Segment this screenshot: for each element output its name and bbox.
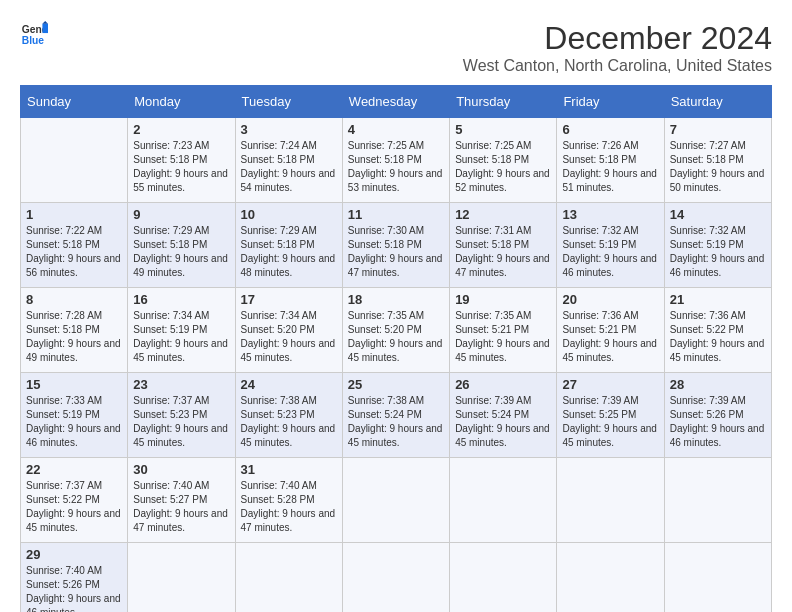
day-info: Sunrise: 7:40 AMSunset: 5:26 PMDaylight:… [26,564,122,612]
calendar-cell: 17Sunrise: 7:34 AMSunset: 5:20 PMDayligh… [235,288,342,373]
day-number: 5 [455,122,551,137]
page-subtitle: West Canton, North Carolina, United Stat… [463,57,772,75]
day-info: Sunrise: 7:32 AMSunset: 5:19 PMDaylight:… [562,224,658,280]
calendar-cell: 22Sunrise: 7:37 AMSunset: 5:22 PMDayligh… [21,458,128,543]
day-info: Sunrise: 7:36 AMSunset: 5:21 PMDaylight:… [562,309,658,365]
day-number: 26 [455,377,551,392]
calendar-header-cell: Sunday [21,86,128,118]
day-number: 7 [670,122,766,137]
calendar-cell: 4Sunrise: 7:25 AMSunset: 5:18 PMDaylight… [342,118,449,203]
day-info: Sunrise: 7:40 AMSunset: 5:28 PMDaylight:… [241,479,337,535]
day-info: Sunrise: 7:39 AMSunset: 5:26 PMDaylight:… [670,394,766,450]
day-info: Sunrise: 7:25 AMSunset: 5:18 PMDaylight:… [455,139,551,195]
calendar-row: 29Sunrise: 7:40 AMSunset: 5:26 PMDayligh… [21,543,772,613]
calendar-cell: 8Sunrise: 7:28 AMSunset: 5:18 PMDaylight… [21,288,128,373]
calendar-cell: 7Sunrise: 7:27 AMSunset: 5:18 PMDaylight… [664,118,771,203]
day-number: 3 [241,122,337,137]
calendar-cell: 16Sunrise: 7:34 AMSunset: 5:19 PMDayligh… [128,288,235,373]
day-info: Sunrise: 7:33 AMSunset: 5:19 PMDaylight:… [26,394,122,450]
calendar-header-cell: Wednesday [342,86,449,118]
day-info: Sunrise: 7:39 AMSunset: 5:25 PMDaylight:… [562,394,658,450]
calendar-cell: 24Sunrise: 7:38 AMSunset: 5:23 PMDayligh… [235,373,342,458]
calendar-cell: 10Sunrise: 7:29 AMSunset: 5:18 PMDayligh… [235,203,342,288]
calendar-header-cell: Thursday [450,86,557,118]
calendar-row: 22Sunrise: 7:37 AMSunset: 5:22 PMDayligh… [21,458,772,543]
day-number: 6 [562,122,658,137]
day-info: Sunrise: 7:32 AMSunset: 5:19 PMDaylight:… [670,224,766,280]
calendar-cell [342,458,449,543]
day-number: 21 [670,292,766,307]
calendar-cell [450,543,557,613]
calendar-cell [450,458,557,543]
calendar-cell [342,543,449,613]
calendar-table: SundayMondayTuesdayWednesdayThursdayFrid… [20,85,772,612]
day-info: Sunrise: 7:34 AMSunset: 5:20 PMDaylight:… [241,309,337,365]
day-info: Sunrise: 7:30 AMSunset: 5:18 PMDaylight:… [348,224,444,280]
day-info: Sunrise: 7:38 AMSunset: 5:23 PMDaylight:… [241,394,337,450]
calendar-header-cell: Tuesday [235,86,342,118]
day-number: 15 [26,377,122,392]
day-info: Sunrise: 7:35 AMSunset: 5:21 PMDaylight:… [455,309,551,365]
day-info: Sunrise: 7:28 AMSunset: 5:18 PMDaylight:… [26,309,122,365]
calendar-cell: 27Sunrise: 7:39 AMSunset: 5:25 PMDayligh… [557,373,664,458]
day-number: 24 [241,377,337,392]
calendar-cell: 14Sunrise: 7:32 AMSunset: 5:19 PMDayligh… [664,203,771,288]
page-title: December 2024 [463,20,772,57]
day-number: 23 [133,377,229,392]
day-number: 13 [562,207,658,222]
day-number: 31 [241,462,337,477]
day-info: Sunrise: 7:31 AMSunset: 5:18 PMDaylight:… [455,224,551,280]
day-info: Sunrise: 7:26 AMSunset: 5:18 PMDaylight:… [562,139,658,195]
calendar-cell: 3Sunrise: 7:24 AMSunset: 5:18 PMDaylight… [235,118,342,203]
calendar-cell [664,543,771,613]
day-number: 2 [133,122,229,137]
svg-text:Blue: Blue [22,35,45,46]
day-number: 8 [26,292,122,307]
day-info: Sunrise: 7:25 AMSunset: 5:18 PMDaylight:… [348,139,444,195]
calendar-cell: 20Sunrise: 7:36 AMSunset: 5:21 PMDayligh… [557,288,664,373]
calendar-row: 8Sunrise: 7:28 AMSunset: 5:18 PMDaylight… [21,288,772,373]
calendar-cell [235,543,342,613]
calendar-cell [664,458,771,543]
calendar-row: 15Sunrise: 7:33 AMSunset: 5:19 PMDayligh… [21,373,772,458]
day-number: 30 [133,462,229,477]
calendar-row: 1Sunrise: 7:22 AMSunset: 5:18 PMDaylight… [21,203,772,288]
calendar-header-cell: Saturday [664,86,771,118]
calendar-cell [21,118,128,203]
calendar-cell: 29Sunrise: 7:40 AMSunset: 5:26 PMDayligh… [21,543,128,613]
day-info: Sunrise: 7:39 AMSunset: 5:24 PMDaylight:… [455,394,551,450]
day-number: 17 [241,292,337,307]
calendar-cell: 2Sunrise: 7:23 AMSunset: 5:18 PMDaylight… [128,118,235,203]
day-info: Sunrise: 7:24 AMSunset: 5:18 PMDaylight:… [241,139,337,195]
calendar-cell: 9Sunrise: 7:29 AMSunset: 5:18 PMDaylight… [128,203,235,288]
calendar-cell: 19Sunrise: 7:35 AMSunset: 5:21 PMDayligh… [450,288,557,373]
day-info: Sunrise: 7:35 AMSunset: 5:20 PMDaylight:… [348,309,444,365]
day-info: Sunrise: 7:34 AMSunset: 5:19 PMDaylight:… [133,309,229,365]
day-info: Sunrise: 7:40 AMSunset: 5:27 PMDaylight:… [133,479,229,535]
day-number: 9 [133,207,229,222]
day-number: 11 [348,207,444,222]
svg-marker-2 [42,24,48,33]
day-info: Sunrise: 7:22 AMSunset: 5:18 PMDaylight:… [26,224,122,280]
day-number: 28 [670,377,766,392]
calendar-cell: 28Sunrise: 7:39 AMSunset: 5:26 PMDayligh… [664,373,771,458]
day-number: 4 [348,122,444,137]
calendar-cell: 21Sunrise: 7:36 AMSunset: 5:22 PMDayligh… [664,288,771,373]
calendar-cell: 31Sunrise: 7:40 AMSunset: 5:28 PMDayligh… [235,458,342,543]
title-area: December 2024 West Canton, North Carolin… [463,20,772,75]
logo: General Blue [20,20,48,48]
day-info: Sunrise: 7:37 AMSunset: 5:22 PMDaylight:… [26,479,122,535]
calendar-cell [557,543,664,613]
day-number: 10 [241,207,337,222]
calendar-cell: 6Sunrise: 7:26 AMSunset: 5:18 PMDaylight… [557,118,664,203]
calendar-header-row: SundayMondayTuesdayWednesdayThursdayFrid… [21,86,772,118]
day-info: Sunrise: 7:37 AMSunset: 5:23 PMDaylight:… [133,394,229,450]
calendar-cell: 25Sunrise: 7:38 AMSunset: 5:24 PMDayligh… [342,373,449,458]
calendar-header-cell: Friday [557,86,664,118]
calendar-row: 2Sunrise: 7:23 AMSunset: 5:18 PMDaylight… [21,118,772,203]
calendar-cell: 12Sunrise: 7:31 AMSunset: 5:18 PMDayligh… [450,203,557,288]
calendar-header-cell: Monday [128,86,235,118]
logo-icon: General Blue [20,20,48,48]
day-number: 29 [26,547,122,562]
day-info: Sunrise: 7:36 AMSunset: 5:22 PMDaylight:… [670,309,766,365]
